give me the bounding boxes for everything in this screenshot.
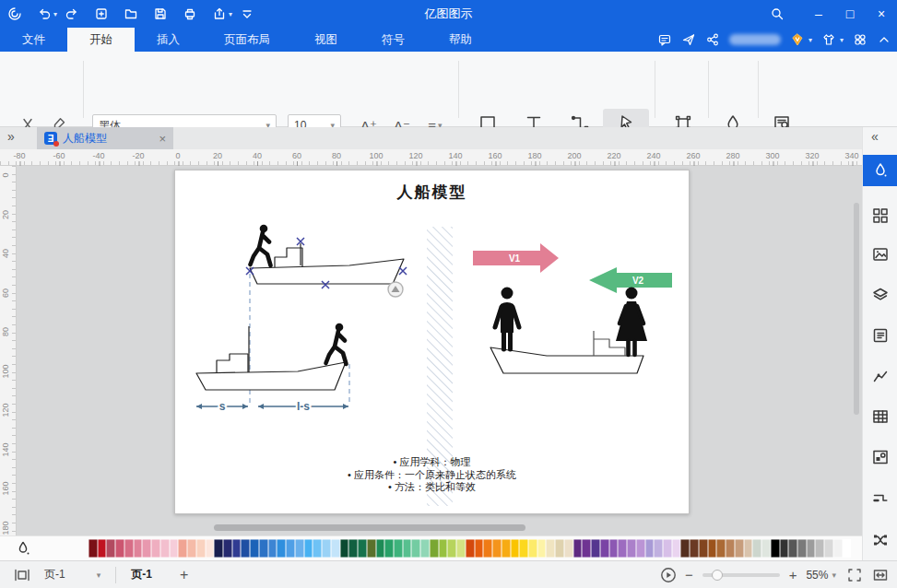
color-swatch[interactable] [807, 539, 816, 558]
page-selector-dropdown[interactable]: ▾ [97, 570, 101, 580]
color-swatch[interactable] [528, 539, 537, 558]
color-swatch[interactable] [680, 539, 690, 558]
zoom-slider[interactable] [702, 573, 780, 577]
presentation-play-icon[interactable] [659, 567, 676, 583]
color-swatch[interactable] [708, 539, 717, 558]
new-document-button[interactable] [94, 6, 109, 21]
color-swatch[interactable] [699, 539, 708, 558]
send-icon[interactable] [681, 32, 696, 47]
apps-grid-icon[interactable] [853, 32, 867, 47]
color-swatch[interactable] [106, 539, 115, 558]
drawing-page[interactable]: 人船模型 [174, 170, 690, 514]
color-swatch[interactable] [170, 539, 179, 558]
color-swatch[interactable] [492, 539, 502, 558]
export-button[interactable] [212, 6, 227, 21]
color-swatch[interactable] [627, 539, 636, 558]
color-swatch[interactable] [771, 539, 780, 558]
color-swatch[interactable] [780, 539, 789, 558]
color-swatch[interactable] [196, 539, 206, 558]
clipart-shapes-icon[interactable] [871, 448, 890, 466]
document-tab[interactable]: Ǝ 人船模型 × [37, 127, 173, 149]
color-swatch[interactable] [582, 539, 591, 558]
menu-item-文件[interactable]: 文件 [0, 28, 67, 52]
color-swatch[interactable] [358, 539, 367, 558]
undo-button[interactable] [37, 6, 52, 21]
minimize-button[interactable]: – [803, 0, 834, 28]
color-swatch[interactable] [564, 539, 573, 558]
color-swatch[interactable] [322, 539, 331, 558]
color-swatch[interactable] [824, 539, 833, 558]
picture-icon[interactable] [871, 245, 890, 264]
notes-bullet-list[interactable]: • 应用学科：物理• 应用条件：一个原来静止状态的系统• 方法：类比和等效 [175, 456, 689, 494]
color-swatch[interactable] [663, 539, 672, 558]
color-swatch[interactable] [304, 539, 313, 558]
color-swatch[interactable] [466, 539, 475, 558]
smart-link-icon[interactable] [871, 531, 890, 549]
color-swatch[interactable] [124, 539, 134, 558]
color-swatch[interactable] [447, 539, 456, 558]
color-swatch[interactable] [511, 539, 520, 558]
color-swatch[interactable] [115, 539, 124, 558]
standing-man[interactable] [495, 288, 519, 350]
user-account-name[interactable] [729, 34, 781, 45]
add-page-button[interactable]: + [180, 567, 188, 583]
menu-item-开始[interactable]: 开始 [67, 28, 135, 52]
boat-bottom[interactable] [196, 326, 346, 390]
theme-shirt-icon[interactable] [821, 32, 836, 47]
color-swatch[interactable] [89, 539, 98, 558]
color-swatch[interactable] [286, 539, 295, 558]
color-swatch[interactable] [331, 539, 340, 558]
color-swatch[interactable] [735, 539, 744, 558]
color-swatch[interactable] [187, 539, 196, 558]
walking-man-bottom[interactable] [326, 323, 347, 364]
color-swatch[interactable] [214, 539, 223, 558]
color-swatch[interactable] [555, 539, 564, 558]
print-button[interactable] [183, 6, 197, 21]
page-selector[interactable]: 页-1 ▾ [44, 567, 100, 582]
feedback-icon[interactable] [657, 32, 672, 47]
zoom-in-button[interactable]: + [789, 567, 797, 582]
menu-item-插入[interactable]: 插入 [135, 28, 202, 52]
color-swatch[interactable] [600, 539, 609, 558]
color-swatch[interactable] [546, 539, 555, 558]
connector-style-icon[interactable] [871, 488, 890, 507]
export-dropdown[interactable]: ▾ [229, 10, 232, 18]
color-swatch[interactable] [843, 539, 852, 558]
color-swatch[interactable] [394, 539, 403, 558]
color-swatch[interactable] [483, 539, 492, 558]
dimension-label-s[interactable]: s [219, 400, 226, 413]
color-swatch[interactable] [376, 539, 385, 558]
color-swatch[interactable] [519, 539, 528, 558]
save-button[interactable] [153, 6, 168, 21]
color-swatch[interactable] [672, 539, 681, 558]
customize-quick-access-button[interactable] [240, 6, 254, 21]
color-swatch[interactable] [313, 539, 322, 558]
menu-item-页面布局[interactable]: 页面布局 [202, 28, 292, 52]
color-swatch[interactable] [277, 539, 286, 558]
fit-page-icon[interactable] [871, 567, 888, 583]
color-swatch[interactable] [98, 539, 107, 558]
color-swatch[interactable] [348, 539, 358, 558]
zoom-out-button[interactable]: − [685, 567, 693, 582]
color-swatch[interactable] [456, 539, 466, 558]
color-swatch[interactable] [609, 539, 619, 558]
dimension-label-ls[interactable]: l-s [297, 400, 310, 413]
color-swatch[interactable] [788, 539, 797, 558]
color-swatch[interactable] [573, 539, 583, 558]
color-swatch[interactable] [618, 539, 627, 558]
color-swatch[interactable] [744, 539, 753, 558]
fill-format-panel-button[interactable] [863, 155, 897, 186]
tab-close-icon[interactable]: × [159, 132, 166, 146]
vip-dropdown[interactable]: ▾ [808, 36, 812, 44]
color-swatch[interactable] [439, 539, 448, 558]
color-swatch[interactable] [815, 539, 824, 558]
color-swatch[interactable] [367, 539, 376, 558]
color-swatch[interactable] [384, 539, 394, 558]
color-swatch[interactable] [259, 539, 268, 558]
color-swatch[interactable] [726, 539, 735, 558]
color-swatch[interactable] [797, 539, 807, 558]
zoom-level[interactable]: 55%▾ [806, 569, 836, 582]
outline-note-icon[interactable] [871, 326, 890, 345]
zoom-slider-handle[interactable] [712, 570, 723, 581]
close-button[interactable]: × [866, 0, 897, 28]
